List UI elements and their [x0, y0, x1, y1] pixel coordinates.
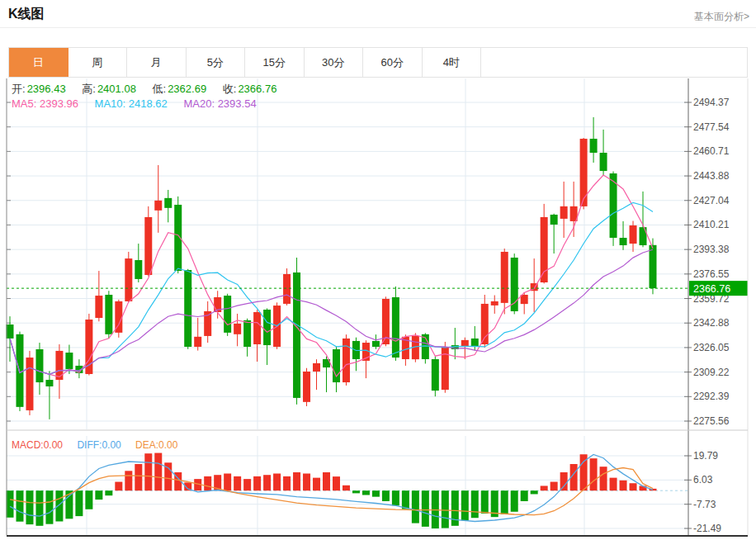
price-axis-label: 2342.88	[693, 317, 730, 329]
macd-axis-label: 19.79	[693, 450, 718, 462]
ohlc-legend: 开:2396.43 高:2401.08 低:2362.69 收:2366.76	[12, 83, 290, 96]
price-axis-label: 2393.38	[693, 244, 730, 255]
candle-body	[550, 215, 558, 225]
tab-15min[interactable]: 15分	[245, 48, 305, 77]
ma20-legend: MA20: 2393.54	[183, 97, 256, 110]
macd-bar	[550, 482, 558, 491]
tab-day[interactable]: 日	[9, 48, 69, 77]
macd-bar	[26, 490, 33, 524]
candle-body	[125, 258, 132, 301]
dea-value-legend: DEA:0.00	[135, 439, 177, 451]
tab-4hour[interactable]: 4时	[423, 48, 482, 77]
candle-body	[85, 320, 92, 374]
candle-body	[501, 252, 508, 303]
price-axis-label: 2460.71	[693, 145, 730, 157]
candle-body	[343, 339, 350, 382]
candle-body	[95, 296, 102, 318]
candle-body	[234, 324, 241, 334]
close-value: 2366.76	[238, 83, 276, 95]
open-value: 2396.43	[27, 83, 66, 95]
candle-body	[600, 153, 607, 171]
candle-body	[26, 358, 33, 410]
macd-bar	[471, 490, 479, 518]
macd-bar	[600, 467, 607, 490]
high-label: 高:	[82, 83, 96, 95]
macd-axis-label: -7.73	[693, 499, 716, 510]
macd-bar	[154, 453, 162, 491]
candle-body	[283, 274, 291, 304]
ma-legend: MA5: 2393.96 MA10: 2418.62 MA20: 2393.54	[12, 97, 270, 111]
price-axis-label: 2292.39	[693, 391, 730, 402]
current-price-badge-label: 2366.76	[693, 283, 730, 295]
candle-body	[253, 312, 261, 344]
macd-bar	[590, 458, 598, 490]
kline-panel: 2494.372477.542460.712443.882427.042410.…	[0, 0, 756, 540]
price-axis-label: 2275.56	[693, 415, 730, 427]
macd-bar	[16, 490, 23, 522]
low-label: 低:	[153, 83, 167, 95]
candle-body	[491, 301, 498, 306]
macd-bar	[144, 453, 152, 490]
macd-value-legend: MACD:0.00	[12, 439, 63, 451]
macd-bar	[451, 490, 459, 526]
candle-body	[620, 238, 627, 245]
macd-bar	[224, 474, 231, 491]
macd-bar	[333, 476, 340, 490]
fundamental-analysis-link[interactable]: 基本面分析>	[694, 10, 749, 24]
candle-body	[135, 260, 142, 279]
candle-body	[333, 349, 340, 382]
tab-60min[interactable]: 60分	[363, 48, 423, 77]
macd-bar	[234, 476, 241, 490]
macd-bar	[85, 490, 92, 509]
macd-bar	[343, 486, 350, 490]
macd-bar	[45, 490, 53, 523]
candle-body	[16, 334, 23, 407]
candle-body	[471, 339, 479, 347]
macd-bar	[243, 479, 251, 490]
macd-bar	[461, 490, 469, 520]
candle-body	[372, 341, 380, 347]
macd-axis-label: -21.49	[693, 523, 721, 534]
macd-bar	[313, 478, 320, 491]
macd-bar	[125, 471, 132, 490]
macd-bar	[560, 472, 568, 490]
tab-week[interactable]: 周	[69, 48, 128, 77]
candle-body	[590, 139, 598, 153]
candle-body	[580, 139, 588, 206]
candle-body	[392, 297, 399, 358]
price-axis-label: 2477.54	[693, 121, 730, 133]
price-axis-label: 2443.88	[693, 170, 730, 182]
macd-bar	[273, 474, 281, 491]
macd-bar	[402, 490, 409, 509]
candle-body	[55, 351, 63, 380]
macd-bar	[35, 490, 43, 526]
macd-bar	[481, 490, 489, 514]
macd-bar	[204, 476, 211, 490]
macd-legend: MACD:0.00 DIFF:0.00 DEA:0.00	[12, 438, 177, 452]
candle-body	[164, 198, 172, 208]
candle-body	[630, 225, 637, 244]
price-axis-label: 2494.37	[693, 97, 730, 108]
tab-month[interactable]: 月	[127, 48, 187, 77]
ma5-legend: MA5: 2393.96	[12, 97, 78, 110]
macd-axis-label: 6.03	[693, 474, 713, 486]
macd-bar	[283, 476, 291, 490]
close-label: 收:	[223, 83, 237, 95]
tab-30min[interactable]: 30分	[305, 48, 364, 77]
macd-bar	[362, 490, 370, 495]
open-label: 开:	[12, 83, 26, 95]
macd-bar	[610, 478, 617, 491]
page-title: K线图	[8, 6, 45, 23]
candle-body	[35, 349, 43, 382]
macd-bar	[75, 490, 83, 516]
header-divider	[0, 27, 756, 28]
price-axis-label: 2427.04	[693, 195, 730, 206]
macd-bar	[303, 474, 310, 491]
tab-5min[interactable]: 5分	[187, 48, 246, 77]
kline-chart[interactable]: 2494.372477.542460.712443.882427.042410.…	[0, 0, 756, 540]
macd-bar	[7, 490, 14, 518]
candle-body	[521, 295, 528, 304]
macd-bar	[412, 490, 419, 523]
macd-bar	[531, 490, 538, 494]
macd-bar	[372, 490, 380, 496]
